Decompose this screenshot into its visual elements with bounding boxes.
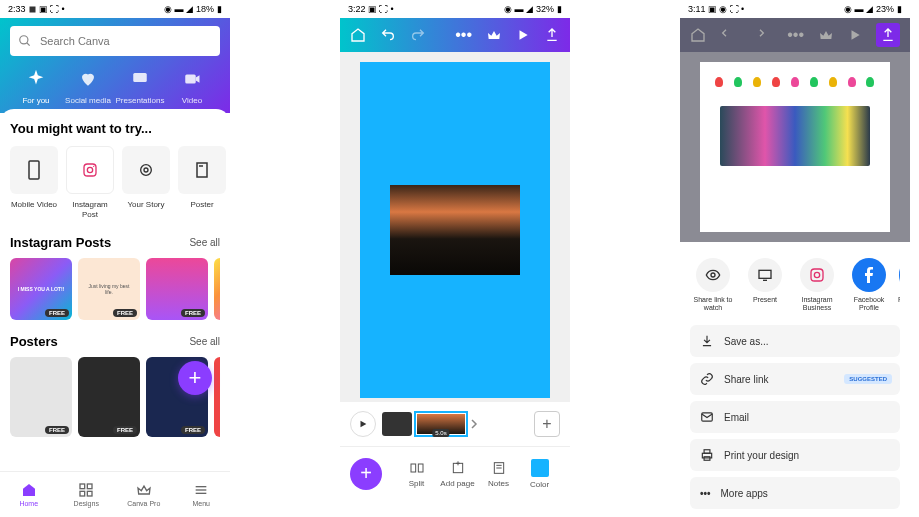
svg-rect-36 [704, 450, 710, 454]
editor-toolbar: ••• [340, 18, 570, 52]
tab-presentations[interactable]: Presentations [114, 68, 166, 105]
nav-menu[interactable]: Menu [173, 472, 231, 517]
svg-rect-30 [759, 270, 771, 278]
see-all-posters[interactable]: See all [189, 336, 220, 347]
option-email[interactable]: Email [690, 401, 900, 433]
search-input[interactable] [40, 35, 212, 47]
design-preview [700, 62, 890, 232]
svg-rect-21 [411, 464, 416, 472]
timeline-play[interactable] [350, 411, 376, 437]
share-present[interactable]: Present [742, 258, 788, 311]
share-watch-link[interactable]: Share link to watch [690, 258, 736, 311]
play-button [848, 28, 862, 42]
export-button[interactable] [544, 27, 560, 43]
tab-video[interactable]: Video [166, 68, 218, 105]
share-facebook[interactable]: Facebook Profile [846, 258, 892, 311]
clip-selected[interactable]: 5.0s [414, 411, 468, 437]
post-card[interactable]: I MISS YOU A LOT!!FREE [10, 258, 72, 320]
svg-rect-4 [185, 75, 196, 84]
category-tabs: For you Social media Presentations Video… [10, 56, 220, 113]
instagram-heading: Instagram Posts [10, 235, 111, 250]
editor-bottom-bar: + Split Add page Notes Color [340, 446, 570, 500]
share-instagram[interactable]: Instagram Business [794, 258, 840, 311]
try-instagram-post[interactable]: Instagram Post [66, 146, 114, 219]
instagram-posts-row: I MISS YOU A LOT!!FREE Just living my be… [10, 258, 220, 320]
clips-track[interactable]: 5.0s [382, 411, 528, 437]
share-facebook-story[interactable]: Facebook Story [898, 258, 900, 311]
play-button[interactable] [516, 28, 530, 42]
home-button[interactable] [350, 27, 366, 43]
post-card[interactable]: FREE [146, 258, 208, 320]
status-battery: 23% [876, 4, 894, 14]
poster-card[interactable]: FREE [78, 357, 140, 437]
status-bar: 3:11 ▣ ◉ ⛶ • ◉ ▬ ◢ 23% ▮ [680, 0, 910, 18]
svg-line-2 [27, 43, 30, 46]
svg-point-1 [20, 36, 28, 44]
share-sheet: Share link to watch Present Instagram Bu… [680, 242, 910, 517]
try-heading: You might want to try... [10, 121, 220, 136]
status-bar: 3:22 ▣ ⛶ • ◉ ▬ ◢ 32% ▮ [340, 0, 570, 18]
pro-button[interactable] [486, 27, 502, 43]
option-more-apps[interactable]: •••More apps [690, 477, 900, 509]
string-lights [710, 72, 880, 92]
split-button[interactable]: Split [396, 460, 437, 488]
more-button[interactable]: ••• [455, 26, 472, 44]
print-icon [700, 448, 714, 462]
phone-share: 3:11 ▣ ◉ ⛶ • ◉ ▬ ◢ 23% ▮ ••• Share link … [680, 0, 910, 517]
svg-point-33 [814, 272, 819, 277]
notes-button[interactable]: Notes [478, 460, 519, 488]
clip[interactable] [382, 412, 412, 436]
svg-point-29 [711, 273, 715, 277]
canvas-image[interactable] [390, 185, 520, 275]
poster-card[interactable]: FREE [10, 357, 72, 437]
svg-point-11 [144, 168, 148, 172]
chevron-right-icon[interactable] [470, 412, 478, 436]
tab-social[interactable]: Social media [62, 68, 114, 105]
create-fab[interactable]: + [178, 361, 212, 395]
try-your-story[interactable]: Your Story [122, 146, 170, 219]
tab-more[interactable]: Pr [218, 68, 220, 105]
option-share-link[interactable]: Share linkSUGGESTED [690, 363, 900, 395]
try-cards: Mobile Video Instagram Post Your Story P… [10, 146, 220, 219]
poster-card[interactable] [214, 357, 220, 437]
option-print[interactable]: Print your design [690, 439, 900, 471]
plus-icon: + [189, 365, 202, 391]
svg-rect-16 [80, 491, 85, 496]
bottom-nav: Home Designs Canva Pro Menu [0, 471, 230, 517]
post-card[interactable]: Just living my best life.FREE [78, 258, 140, 320]
add-element-fab[interactable]: + [350, 458, 382, 490]
export-button[interactable] [876, 23, 900, 47]
nav-designs[interactable]: Designs [58, 472, 116, 517]
add-clip-button[interactable]: + [534, 411, 560, 437]
home-header: For you Social media Presentations Video… [0, 18, 230, 113]
try-poster[interactable]: Poster [178, 146, 226, 219]
search-box[interactable] [10, 26, 220, 56]
link-icon [700, 372, 714, 386]
nav-canva-pro[interactable]: Canva Pro [115, 472, 173, 517]
status-bar: 2:33 ▣ ⛶ • ◉ ▬ ◢ 18% ▮ [0, 0, 230, 18]
color-swatch [531, 459, 549, 477]
nav-home[interactable]: Home [0, 472, 58, 517]
see-all-instagram[interactable]: See all [189, 237, 220, 248]
home-body: You might want to try... Mobile Video In… [0, 109, 230, 437]
status-battery: 32% [536, 4, 554, 14]
dots-icon: ••• [700, 488, 711, 499]
add-page-button[interactable]: Add page [437, 460, 478, 488]
svg-rect-22 [418, 464, 423, 472]
status-battery: 18% [196, 4, 214, 14]
svg-rect-6 [29, 161, 39, 179]
post-card[interactable] [214, 258, 220, 320]
svg-rect-7 [84, 164, 96, 176]
option-save-as[interactable]: Save as... [690, 325, 900, 357]
svg-rect-32 [811, 269, 823, 281]
home-button [690, 27, 706, 43]
redo-button[interactable] [410, 27, 426, 43]
try-mobile-video[interactable]: Mobile Video [10, 146, 58, 219]
phone-home: 2:33 ▣ ⛶ • ◉ ▬ ◢ 18% ▮ For you Social me… [0, 0, 230, 517]
undo-button[interactable] [380, 27, 396, 43]
design-canvas[interactable] [360, 62, 550, 398]
tab-for-you[interactable]: For you [10, 68, 62, 105]
color-button[interactable]: Color [519, 459, 560, 489]
sparkle-icon [25, 68, 47, 90]
canvas-area[interactable] [340, 52, 570, 402]
